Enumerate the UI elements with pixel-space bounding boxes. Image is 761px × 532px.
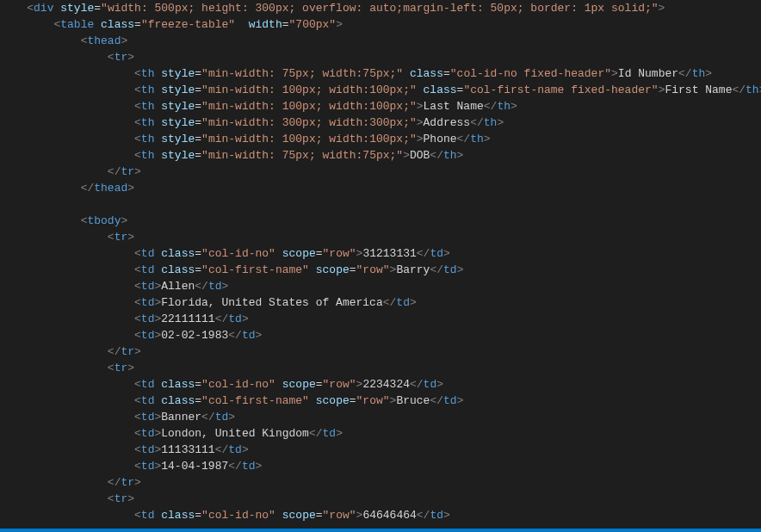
code-line[interactable]: <td>14-04-1987</td> (0, 458, 761, 474)
code-editor[interactable]: <div style="width: 500px; height: 300px;… (0, 0, 761, 529)
status-bar[interactable] (0, 529, 761, 532)
code-line[interactable]: <td>02-02-1983</td> (0, 327, 761, 343)
code-line[interactable]: <tr> (0, 49, 761, 65)
code-line[interactable]: <td class="col-id-no" scope="row">312131… (0, 245, 761, 262)
code-line[interactable] (0, 196, 761, 213)
code-line[interactable]: <tr> (0, 491, 761, 507)
code-line[interactable]: <tr> (0, 229, 761, 245)
code-line[interactable]: <tr> (0, 360, 761, 376)
code-line[interactable]: <tbody> (0, 213, 761, 229)
code-line[interactable]: <th style="min-width: 75px; width:75px;"… (0, 147, 761, 164)
code-line[interactable]: <td>Banner</td> (0, 409, 761, 425)
code-line[interactable]: </tr> (0, 343, 761, 360)
code-line[interactable]: <th style="min-width: 75px; width:75px;"… (0, 65, 761, 82)
code-line[interactable]: <td>London, United Kingdom</td> (0, 425, 761, 442)
code-line[interactable]: <td>Allen</td> (0, 278, 761, 294)
code-line[interactable]: <th style="min-width: 100px; width:100px… (0, 98, 761, 114)
code-line[interactable]: <th style="min-width: 100px; width:100px… (0, 131, 761, 147)
code-line[interactable]: <td class="col-first-name" scope="row">B… (0, 393, 761, 409)
code-line[interactable]: <td>11133111</td> (0, 442, 761, 458)
code-line[interactable]: </thead> (0, 180, 761, 196)
code-line[interactable]: <thead> (0, 33, 761, 49)
code-line[interactable]: <td>22111111</td> (0, 311, 761, 327)
code-line[interactable]: </tr> (0, 474, 761, 491)
code-line[interactable]: <td>Florida, United States of America</t… (0, 294, 761, 311)
code-line[interactable]: <div style="width: 500px; height: 300px;… (0, 0, 761, 16)
code-line[interactable]: <td class="col-id-no" scope="row">646464… (0, 507, 761, 523)
code-line[interactable]: <th style="min-width: 300px; width:300px… (0, 114, 761, 131)
code-line[interactable]: <td class="col-first-name" scope="row">B… (0, 262, 761, 278)
code-line[interactable]: </tr> (0, 164, 761, 180)
code-line[interactable]: <th style="min-width: 100px; width:100px… (0, 82, 761, 98)
code-line[interactable]: <table class="freeze-table" width="700px… (0, 16, 761, 33)
code-line[interactable]: <td class="col-id-no" scope="row">223432… (0, 376, 761, 393)
